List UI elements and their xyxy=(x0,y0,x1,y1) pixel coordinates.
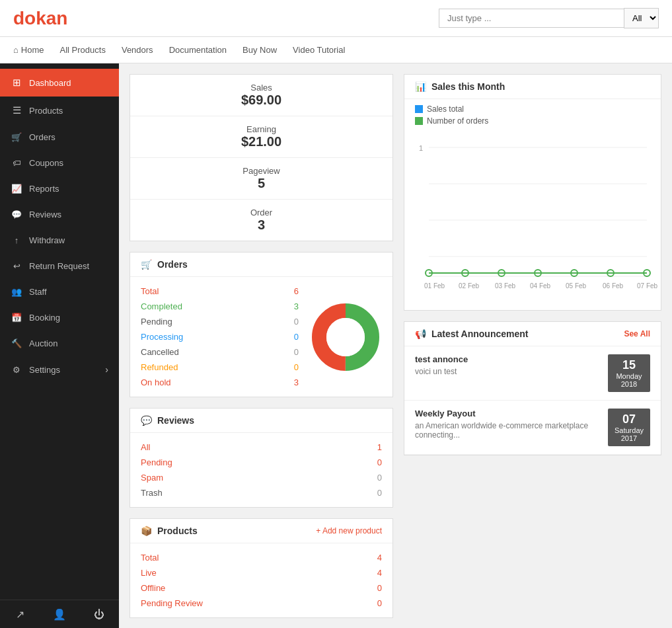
sidebar-item-dashboard[interactable]: ⊞ Dashboard xyxy=(0,69,119,97)
nav-item-home[interactable]: ⌂ Home xyxy=(13,45,44,55)
return-request-icon: ↩ xyxy=(11,261,22,271)
chart-legend: Sales total Number of orders xyxy=(404,99,661,128)
order-count: 3 xyxy=(294,377,299,387)
product-label: Total xyxy=(141,553,159,563)
reviews-section-header: 💬 Reviews xyxy=(130,409,392,433)
nav-item-vendors[interactable]: Vendors xyxy=(122,45,153,55)
sidebar-item-reviews[interactable]: 💬 Reviews xyxy=(0,202,119,227)
sidebar-item-booking[interactable]: 📅 Booking xyxy=(0,305,119,331)
sales-label: Sales xyxy=(146,83,377,93)
review-count: 1 xyxy=(377,442,382,452)
product-row-total: Total 4 xyxy=(141,550,382,565)
search-input[interactable] xyxy=(439,9,624,28)
sidebar-item-auction[interactable]: 🔨 Auction xyxy=(0,331,119,356)
pageview-stat: Pageview 5 xyxy=(130,158,392,200)
nav-item-buy-now[interactable]: Buy Now xyxy=(243,45,277,55)
sidebar-item-staff[interactable]: 👥 Staff xyxy=(0,279,119,305)
announce-content-1: test annonce voici un test xyxy=(415,354,600,376)
settings-arrow-icon: › xyxy=(105,364,108,375)
product-label: Pending Review xyxy=(141,598,203,608)
home-icon: ⌂ xyxy=(13,45,19,55)
staff-icon: 👥 xyxy=(11,287,22,297)
sales-chart-card: 📊 Sales this Month Sales total Number of… xyxy=(404,74,661,311)
reviews-title: Reviews xyxy=(157,415,194,426)
svg-text:1: 1 xyxy=(419,144,423,152)
sidebar-item-return-request[interactable]: ↩ Return Request xyxy=(0,253,119,279)
legend-label: Sales total xyxy=(427,104,464,114)
order-count: 3 xyxy=(294,301,299,311)
earning-stat: Earning $21.00 xyxy=(130,116,392,158)
products-icon: ☰ xyxy=(11,104,22,116)
see-all-link[interactable]: See All xyxy=(624,329,650,338)
products-title: Products xyxy=(157,526,198,536)
svg-text:05 Feb: 05 Feb xyxy=(566,282,587,290)
announce-date-year: 2018 xyxy=(615,380,644,388)
header: dokan All xyxy=(0,0,672,37)
chart-bar-icon: 📊 xyxy=(415,81,426,92)
order-row-processing: Processing 0 xyxy=(141,329,299,344)
nav-item-documentation[interactable]: Documentation xyxy=(169,45,227,55)
order-count: 6 xyxy=(294,286,299,296)
withdraw-icon: ↑ xyxy=(11,235,22,245)
sidebar-item-label: Dashboard xyxy=(29,78,71,88)
nav-item-video-tutorial[interactable]: Video Tutorial xyxy=(293,45,345,55)
search-select[interactable]: All xyxy=(624,8,659,28)
logo-prefix: do xyxy=(13,8,36,28)
sidebar-item-label: Booking xyxy=(29,313,60,323)
svg-text:01 Feb: 01 Feb xyxy=(424,282,445,290)
order-label: Order xyxy=(146,208,377,217)
auction-icon: 🔨 xyxy=(11,338,22,348)
svg-text:02 Feb: 02 Feb xyxy=(459,282,480,290)
order-row-on-hold: On hold 3 xyxy=(141,375,299,390)
announce-item-desc: voici un test xyxy=(415,367,600,376)
announce-item-title: test annonce xyxy=(415,354,600,364)
sales-value: $69.00 xyxy=(146,93,377,108)
add-new-product-link[interactable]: + Add new product xyxy=(316,526,382,535)
main-content: Sales $69.00 Earning $21.00 Pageview 5 O… xyxy=(119,63,672,628)
announce-date-day: 07 xyxy=(615,412,644,426)
review-count: 0 xyxy=(377,488,382,498)
logo-suffix: kan xyxy=(36,8,67,28)
nav-item-all-products[interactable]: All Products xyxy=(60,45,106,55)
earning-label: Earning xyxy=(146,124,377,134)
announce-date-2: 07 Saturday 2017 xyxy=(608,409,650,446)
order-stat: Order 3 xyxy=(130,200,392,241)
reviews-section: 💬 Reviews All 1 Pending 0 Spam 0 xyxy=(130,408,393,508)
sidebar-item-orders[interactable]: 🛒 Orders xyxy=(0,124,119,150)
sidebar-profile-button[interactable]: 👤 xyxy=(40,600,79,628)
left-column: Sales $69.00 Earning $21.00 Pageview 5 O… xyxy=(130,74,393,618)
svg-text:06 Feb: 06 Feb xyxy=(603,282,624,290)
sidebar-external-link-button[interactable]: ↗ xyxy=(0,600,40,628)
stats-card: Sales $69.00 Earning $21.00 Pageview 5 O… xyxy=(130,74,393,241)
sidebar-item-settings[interactable]: ⚙ Settings › xyxy=(0,356,119,383)
products-box-icon: 📦 xyxy=(141,526,152,536)
review-row-spam: Spam 0 xyxy=(141,470,382,485)
review-count: 0 xyxy=(377,457,382,467)
chart-body: 1 xyxy=(404,128,661,310)
sidebar-logout-button[interactable]: ⏻ xyxy=(79,600,119,628)
sidebar-item-reports[interactable]: 📈 Reports xyxy=(0,176,119,202)
announce-date-dayname: Saturday xyxy=(615,426,644,434)
sidebar-item-withdraw[interactable]: ↑ Withdraw xyxy=(0,227,119,253)
product-label: Offline xyxy=(141,583,165,593)
announcement-item-2: Weekly Payout an American worldwide e-co… xyxy=(404,401,661,455)
announce-date-1: 15 Monday 2018 xyxy=(608,354,650,392)
chart-header: 📊 Sales this Month xyxy=(404,75,661,99)
orders-section: 🛒 Orders Total 6 Completed 3 xyxy=(130,252,393,397)
settings-icon: ⚙ xyxy=(11,365,22,375)
order-count: 0 xyxy=(294,332,299,342)
sidebar-item-label: Reviews xyxy=(29,210,61,219)
dashboard-icon: ⊞ xyxy=(11,77,22,89)
sidebar-item-products[interactable]: ☰ Products xyxy=(0,97,119,124)
legend-number-orders: Number of orders xyxy=(415,116,650,126)
svg-text:04 Feb: 04 Feb xyxy=(530,282,551,290)
reviews-speech-icon: 💬 xyxy=(141,415,152,426)
svg-point-3 xyxy=(326,318,365,356)
sidebar-item-label: Orders xyxy=(29,132,56,142)
review-count: 0 xyxy=(377,473,382,483)
sidebar-item-coupons[interactable]: 🏷 Coupons xyxy=(0,150,119,176)
product-count: 4 xyxy=(377,568,382,578)
sidebar-item-label: Products xyxy=(29,106,63,116)
announce-item-desc: an American worldwide e-commerce marketp… xyxy=(415,421,600,440)
review-row-trash: Trash 0 xyxy=(141,485,382,500)
